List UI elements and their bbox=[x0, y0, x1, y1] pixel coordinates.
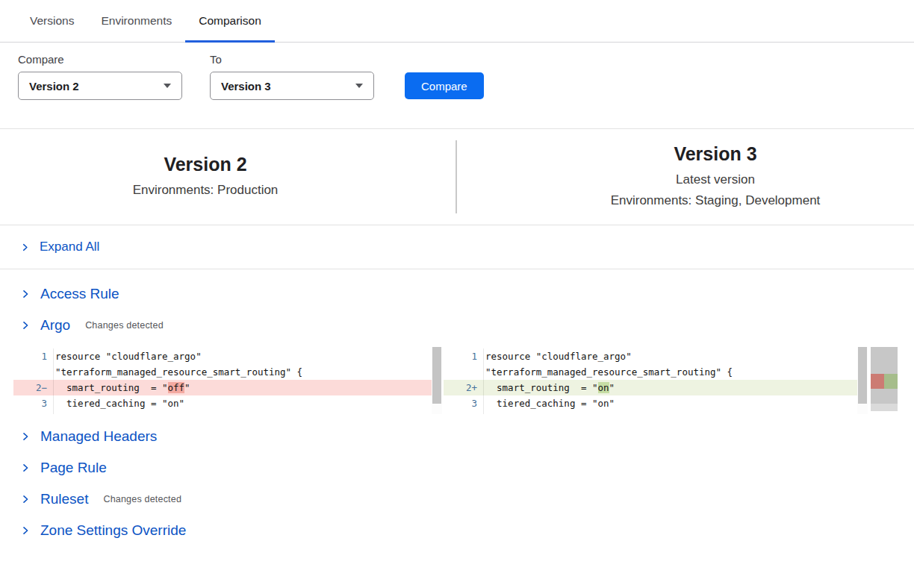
compare-to-label: To bbox=[210, 53, 374, 66]
scrollbar-thumb[interactable] bbox=[432, 347, 441, 404]
version-right-subtitle: Latest version bbox=[676, 169, 755, 190]
removed-marker bbox=[871, 374, 884, 389]
chevron-down-icon bbox=[355, 84, 363, 88]
version-right-title: Version 3 bbox=[674, 143, 756, 165]
expand-all-label: Expand All bbox=[40, 240, 99, 254]
scrollbar-track[interactable] bbox=[857, 347, 868, 414]
tab-environments[interactable]: Environments bbox=[87, 0, 185, 42]
diff-change-marker bbox=[871, 374, 898, 389]
diff-panel-old[interactable]: 1 resource "cloudflare_argo" "terraform_… bbox=[13, 347, 442, 414]
compare-to-select[interactable]: Version 3 bbox=[210, 72, 374, 100]
changes-detected-badge: Changes detected bbox=[85, 320, 164, 331]
code-line: smart_routing = "off" bbox=[54, 380, 190, 395]
line-number bbox=[444, 364, 484, 380]
code-line: resource "cloudflare_argo" bbox=[54, 348, 202, 364]
line-number: 1 bbox=[444, 348, 484, 364]
line-number bbox=[13, 364, 54, 380]
code-line: "terraform_managed_resource_smart_routin… bbox=[484, 364, 733, 380]
version-column-left: Version 2 Environments: Production bbox=[0, 154, 456, 201]
section-label: Access Rule bbox=[40, 286, 119, 302]
tab-comparison[interactable]: Comparison bbox=[185, 0, 275, 42]
code-line: resource "cloudflare_argo" bbox=[484, 348, 632, 364]
code-line: tiered_caching = "on" bbox=[54, 395, 184, 411]
diff-row: 3 tiered_caching = "on" bbox=[444, 395, 868, 411]
section-label: Managed Headers bbox=[40, 428, 157, 445]
version-column-right: Version 3 Latest version Environments: S… bbox=[457, 143, 914, 211]
ruler-tail bbox=[871, 404, 898, 411]
chevron-right-icon bbox=[21, 321, 30, 330]
line-number: 1 bbox=[13, 348, 54, 364]
diff-row: "terraform_managed_resource_smart_routin… bbox=[444, 364, 868, 380]
code-line: } bbox=[54, 411, 61, 414]
compare-to-field: To Version 3 bbox=[210, 53, 374, 100]
code-line: tiered_caching = "on" bbox=[484, 395, 615, 411]
compare-controls: Compare Version 2 To Version 3 Compare bbox=[0, 43, 914, 100]
scrollbar-track[interactable] bbox=[432, 347, 442, 414]
section-label: Zone Settings Override bbox=[40, 522, 186, 539]
chevron-right-icon bbox=[21, 526, 30, 535]
section-access-rule[interactable]: Access Rule bbox=[0, 284, 914, 304]
compare-from-label: Compare bbox=[18, 53, 182, 66]
added-marker bbox=[884, 374, 898, 389]
line-number: 2+ bbox=[444, 380, 484, 395]
diff-row: } bbox=[13, 411, 442, 414]
chevron-right-icon bbox=[21, 243, 29, 251]
argo-diff-viewer: 1 resource "cloudflare_argo" "terraform_… bbox=[13, 347, 914, 414]
tab-bar: Versions Environments Comparison bbox=[0, 0, 914, 43]
diff-row-added: 2+ smart_routing = "on" bbox=[444, 380, 868, 395]
section-label: Argo bbox=[40, 317, 70, 334]
chevron-right-icon bbox=[21, 290, 30, 298]
diff-row: 1 resource "cloudflare_argo" bbox=[444, 348, 868, 364]
section-list: Access Rule Argo Changes detected 1 reso… bbox=[0, 269, 914, 540]
compare-button[interactable]: Compare bbox=[405, 72, 484, 99]
diff-row-removed: 2− smart_routing = "off" bbox=[13, 380, 442, 395]
diff-panel-new[interactable]: 1 resource "cloudflare_argo" "terraform_… bbox=[444, 347, 868, 414]
line-number bbox=[13, 411, 54, 414]
scrollbar-thumb[interactable] bbox=[858, 347, 867, 404]
section-zone-settings-override[interactable]: Zone Settings Override bbox=[0, 521, 914, 540]
tab-versions[interactable]: Versions bbox=[16, 0, 87, 42]
compare-to-value: Version 3 bbox=[221, 80, 271, 93]
section-argo[interactable]: Argo Changes detected bbox=[0, 316, 914, 335]
chevron-right-icon bbox=[21, 432, 30, 441]
diff-row: 1 resource "cloudflare_argo" bbox=[13, 348, 442, 364]
chevron-right-icon bbox=[21, 463, 30, 472]
line-number bbox=[444, 411, 484, 414]
version-right-environments: Environments: Staging, Development bbox=[611, 190, 821, 211]
compare-from-field: Compare Version 2 bbox=[18, 53, 182, 100]
line-number: 3 bbox=[13, 395, 54, 411]
chevron-right-icon bbox=[21, 495, 30, 504]
expand-all-button[interactable]: Expand All bbox=[0, 225, 914, 269]
section-ruleset[interactable]: Ruleset Changes detected bbox=[0, 490, 914, 509]
diff-overview-ruler[interactable] bbox=[871, 347, 898, 414]
section-label: Ruleset bbox=[40, 491, 88, 507]
code-line: } bbox=[484, 411, 491, 414]
line-number: 3 bbox=[444, 395, 484, 411]
line-number: 2− bbox=[13, 380, 54, 395]
section-page-rule[interactable]: Page Rule bbox=[0, 458, 914, 478]
code-line: smart_routing = "on" bbox=[484, 380, 615, 395]
changes-detected-badge: Changes detected bbox=[103, 494, 181, 504]
diff-row: 3 tiered_caching = "on" bbox=[13, 395, 442, 411]
diff-row: "terraform_managed_resource_smart_routin… bbox=[13, 364, 442, 380]
version-header: Version 2 Environments: Production Versi… bbox=[0, 128, 914, 225]
compare-from-select[interactable]: Version 2 bbox=[18, 72, 182, 100]
code-line: "terraform_managed_resource_smart_routin… bbox=[54, 364, 302, 380]
compare-from-value: Version 2 bbox=[29, 80, 79, 93]
section-label: Page Rule bbox=[40, 460, 107, 476]
chevron-down-icon bbox=[164, 84, 171, 88]
section-managed-headers[interactable]: Managed Headers bbox=[0, 427, 914, 446]
diff-row: } bbox=[444, 411, 868, 414]
version-left-title: Version 2 bbox=[164, 154, 246, 175]
version-left-environments: Environments: Production bbox=[133, 180, 279, 201]
